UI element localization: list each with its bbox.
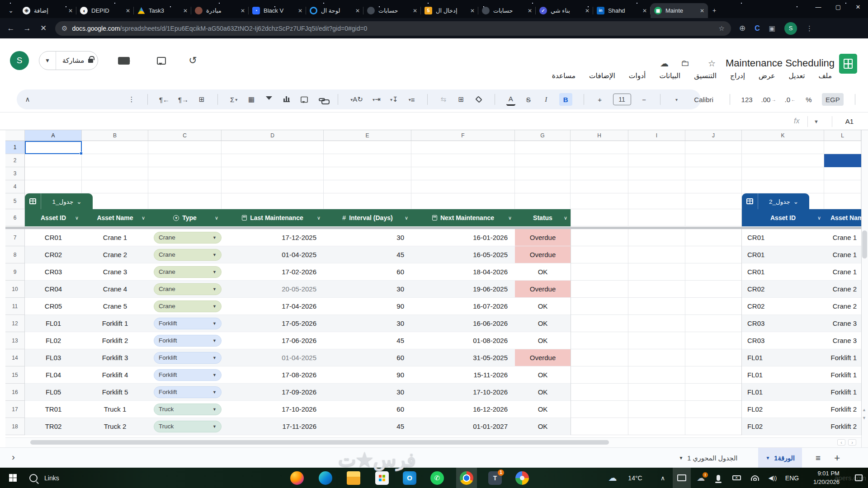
language-indicator[interactable]: ENG — [782, 468, 802, 488]
table1-cell-status[interactable]: OK — [515, 298, 571, 315]
italic-icon[interactable]: I — [542, 93, 551, 106]
row-header-5[interactable]: 5 — [5, 193, 25, 209]
text-color-icon[interactable]: A — [506, 93, 515, 106]
document-title[interactable]: Maintenance Scheduling — [726, 57, 835, 69]
table1-cell-asset-id[interactable]: CR05 — [25, 298, 82, 315]
cell-L4[interactable] — [824, 180, 861, 193]
tab-close-icon[interactable]: ✕ — [183, 8, 188, 14]
cell-K1[interactable] — [742, 141, 824, 154]
start-button[interactable] — [4, 468, 22, 488]
fill-color-icon[interactable] — [474, 93, 483, 106]
cell-G2[interactable] — [515, 154, 571, 167]
table1-cell-interval[interactable]: 90 — [324, 366, 411, 384]
header-caret-icon[interactable]: ∨ — [817, 215, 821, 221]
cell-H2[interactable] — [571, 154, 628, 167]
extensions-puzzle-icon[interactable]: ▣ — [769, 24, 775, 33]
cell-F5[interactable] — [411, 193, 515, 209]
cell-H11[interactable] — [571, 298, 628, 315]
browser-tab[interactable]: ◔Black V✕ — [249, 3, 306, 18]
cell-J10[interactable] — [685, 281, 742, 298]
cell-I15[interactable] — [628, 366, 685, 384]
cell-F2[interactable] — [411, 154, 515, 167]
sheets-logo-icon[interactable] — [839, 54, 857, 74]
table1-cell-interval[interactable]: 60 — [324, 263, 411, 281]
cell-J17[interactable] — [685, 401, 742, 418]
weather-icon[interactable]: ☁ — [605, 468, 620, 488]
table1-cell-asset-id[interactable]: CR04 — [25, 281, 82, 298]
table1-cell-type[interactable]: Truck▼ — [148, 418, 222, 435]
cell-D2[interactable] — [222, 154, 324, 167]
row-header-13[interactable]: 13 — [5, 332, 25, 349]
share-dropdown-caret-icon[interactable]: ▼ — [39, 52, 56, 70]
cell-A3[interactable] — [25, 167, 82, 180]
column-header-G[interactable]: G — [515, 130, 571, 141]
table1-cell-type[interactable]: Crane▼ — [148, 246, 222, 263]
menu-إدراج[interactable]: إدراج — [730, 72, 745, 80]
table1-cell-next-maintenance[interactable]: 16-01-2026 — [411, 229, 515, 246]
wifi-icon[interactable] — [747, 468, 763, 488]
chip-caret-icon[interactable]: ▼ — [212, 253, 217, 257]
cell-H7[interactable] — [571, 229, 628, 246]
formula-caret-icon[interactable]: ▼ — [814, 119, 819, 124]
table1-header-interval-days-[interactable]: #Interval (Days)∨ — [324, 209, 411, 226]
table1-cell-next-maintenance[interactable]: 16-07-2026 — [411, 298, 515, 315]
row-header-8[interactable]: 8 — [5, 246, 25, 263]
table2-cell-asset-id[interactable]: CR02 — [742, 281, 824, 298]
table1-cell-asset-id[interactable]: TR02 — [25, 418, 82, 435]
table1-cell-interval[interactable]: 30 — [324, 315, 411, 332]
table1-cell-last-maintenance[interactable]: 17-06-2026 — [222, 332, 324, 349]
table2-tab[interactable]: ⌄جدول_2 — [742, 193, 809, 209]
table2-header-asset-name[interactable]: Asset Name — [824, 209, 861, 226]
menu-البيانات[interactable]: البيانات — [659, 72, 680, 80]
forward-button[interactable]: → — [19, 24, 35, 33]
table1-cell-asset-id[interactable]: TR01 — [25, 401, 82, 418]
tab-close-icon[interactable]: ✕ — [68, 8, 73, 14]
cell-H6[interactable] — [571, 209, 628, 226]
cell-J16[interactable] — [685, 384, 742, 401]
cell-G3[interactable] — [515, 167, 571, 180]
cell-H12[interactable] — [571, 315, 628, 332]
vertical-scrollbar[interactable] — [861, 130, 868, 447]
cell-A2[interactable] — [25, 154, 82, 167]
whatsapp-taskbar-icon[interactable]: ✆ — [427, 468, 448, 488]
table1-cell-type[interactable]: Crane▼ — [148, 229, 222, 246]
decrease-font-icon[interactable]: − — [640, 93, 649, 106]
collapse-toolbar-icon[interactable]: ∧ — [23, 93, 32, 106]
table2-header-asset-id[interactable]: Asset ID∨ — [742, 209, 824, 226]
column-header-L[interactable]: L — [824, 130, 861, 141]
scroll-left-icon[interactable]: ‹ — [837, 439, 845, 446]
tab-close-icon[interactable]: ✕ — [355, 8, 360, 14]
header-caret-icon[interactable]: ∨ — [564, 215, 567, 221]
row-header-7[interactable]: 7 — [5, 229, 25, 246]
new-tab-button[interactable]: + — [708, 4, 721, 17]
cell-K4[interactable] — [742, 180, 824, 193]
cell-I5[interactable] — [628, 193, 685, 209]
cell-C1[interactable] — [148, 141, 222, 154]
cell-I11[interactable] — [628, 298, 685, 315]
table1-cell-interval[interactable]: 45 — [324, 332, 411, 349]
onedrive-icon[interactable]: ☁! — [693, 468, 709, 488]
table1-cell-status[interactable]: OK — [515, 263, 571, 281]
table1-cell-last-maintenance[interactable]: 17-04-2026 — [222, 298, 324, 315]
table2-cell-asset-name[interactable]: Crane 2 — [824, 298, 861, 315]
column-header-J[interactable]: J — [685, 130, 742, 141]
meet-camera-icon[interactable] — [118, 57, 130, 65]
table1-cell-last-maintenance[interactable]: 17-05-2026 — [222, 315, 324, 332]
browser-tab[interactable]: لوحة ال✕ — [306, 3, 363, 18]
selection-fill-handle[interactable] — [80, 152, 83, 155]
column-header-B[interactable]: B — [82, 130, 148, 141]
table1-cell-next-maintenance[interactable]: 01-01-2027 — [411, 418, 515, 435]
table2-cell-asset-id[interactable]: FL01 — [742, 349, 824, 366]
type-dropdown-chip[interactable]: Crane▼ — [154, 249, 222, 261]
column-header-A[interactable]: A — [25, 130, 82, 141]
type-dropdown-chip[interactable]: Forklift▼ — [154, 318, 222, 329]
table1-cell-last-maintenance[interactable]: 17-12-2025 — [222, 229, 324, 246]
sheet-direction-icon[interactable]: ⊞ — [197, 93, 206, 106]
increase-decimals-icon[interactable]: .00→ — [761, 93, 776, 106]
taskbar-links-label[interactable]: Links — [44, 468, 71, 488]
table2-cell-asset-name[interactable]: Crane 1 — [824, 229, 861, 246]
table1-cell-next-maintenance[interactable]: 17-10-2026 — [411, 384, 515, 401]
table1-cell-next-maintenance[interactable]: 15-11-2026 — [411, 366, 515, 384]
office-app-taskbar-icon[interactable]: T1 — [485, 468, 505, 488]
active-cell-selection[interactable] — [25, 141, 82, 154]
